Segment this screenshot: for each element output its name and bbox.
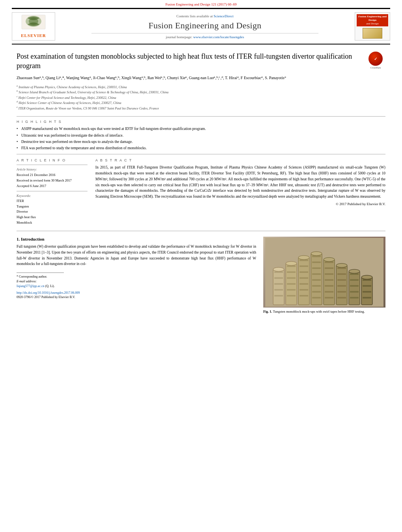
svg-rect-35	[312, 285, 321, 287]
article-info-divider-top	[17, 154, 385, 154]
email-link[interactable]: liqiang577@ipp.ac.cn	[17, 284, 44, 288]
svg-rect-30	[312, 256, 321, 257]
sciencedirect-link[interactable]: ScienceDirect	[214, 14, 233, 18]
keyword-item: High heat flux	[17, 215, 87, 220]
abstract-col: A B S T R A C T In 2015, as part of ITER…	[95, 158, 385, 225]
svg-rect-65	[363, 285, 371, 287]
svg-rect-46	[325, 297, 333, 298]
svg-rect-36	[312, 291, 321, 293]
svg-point-20	[298, 256, 309, 260]
svg-rect-40	[325, 261, 333, 263]
doi-link: http://dx.doi.org/10.1016/j.fusengdes.20…	[17, 291, 256, 295]
abstract-label: A B S T R A C T	[95, 158, 385, 162]
svg-rect-43	[325, 279, 333, 281]
figure-caption: Fig. 1. Tungsten monoblock mock-ups with…	[263, 310, 385, 314]
intro-paragraph: Full tungsten (W) divertor qualification…	[17, 244, 256, 267]
doi-anchor[interactable]: http://dx.doi.org/10.1016/j.fusengdes.20…	[17, 291, 80, 295]
header-bottom-border	[12, 44, 390, 44]
svg-rect-41	[325, 267, 333, 269]
body-section: 1. Introduction Full tungsten (W) divert…	[17, 237, 385, 314]
received-date: Received 21 December 2016	[17, 172, 87, 178]
svg-rect-14	[287, 271, 296, 273]
svg-point-56	[349, 269, 360, 273]
svg-rect-66	[363, 291, 371, 293]
journal-link[interactable]: Fusion Engineering and Design 121 (2017)…	[166, 2, 236, 6]
svg-rect-58	[350, 279, 359, 281]
svg-rect-19	[298, 258, 309, 305]
crossmark-icon: ✓	[368, 52, 383, 66]
logo-right-title: Fusion Engineering and Design and Design	[357, 14, 388, 26]
svg-rect-27	[300, 295, 308, 297]
svg-rect-45	[325, 291, 333, 293]
keyword-item: Tungsten	[17, 204, 87, 209]
email-line: E-mail address: liqiang577@ipp.ac.cn (Q.…	[17, 279, 64, 289]
svg-rect-59	[350, 285, 359, 287]
article-info-label: A R T I C L E I N F O	[17, 158, 87, 162]
affiliation-item: e ITER Organization, Route de Vinon sur …	[17, 106, 385, 111]
article-title-section: Post examination of tungsten monoblocks …	[17, 52, 385, 71]
svg-rect-33	[312, 273, 321, 275]
svg-rect-60	[350, 291, 359, 293]
svg-rect-44	[325, 285, 333, 287]
svg-rect-42	[325, 273, 333, 275]
doi-copyright: 0920-3796/© 2017 Published by Elsevier B…	[17, 295, 256, 299]
affiliations: a Institute of Plasma Physics, Chinese A…	[17, 84, 385, 111]
revised-date: Received in revised form 30 March 2017	[17, 178, 87, 184]
svg-point-39	[324, 258, 335, 261]
keyword-item: Divertor	[17, 209, 87, 215]
highlights-list: ASIPP manufactured six W monoblock mock-…	[17, 126, 385, 151]
sciencedirect-line: Contents lists available at ScienceDirec…	[63, 14, 347, 18]
crossmark-label: CrossMark	[370, 67, 381, 69]
keywords-label: Keywords:	[17, 194, 87, 198]
highlight-item: ASIPP manufactured six W monoblock mock-…	[17, 126, 385, 132]
svg-point-12	[286, 261, 297, 265]
intro-col: 1. Introduction Full tungsten (W) divert…	[17, 237, 256, 314]
homepage-link[interactable]: www.elsevier.com/locate/fusengdes	[193, 35, 244, 39]
svg-rect-57	[350, 273, 359, 275]
svg-rect-23	[300, 271, 308, 273]
svg-point-29	[311, 252, 322, 256]
svg-rect-67	[363, 297, 371, 298]
article-title: Post examination of tungsten monoblocks …	[17, 52, 362, 71]
intro-heading: 1. Introduction	[17, 237, 256, 241]
svg-rect-7	[274, 277, 283, 279]
page: Fusion Engineering and Design 121 (2017)…	[0, 0, 402, 532]
svg-rect-53	[337, 291, 346, 293]
footnote-section: * Corresponding author. E-mail address: …	[17, 272, 64, 289]
svg-rect-15	[287, 277, 296, 279]
journal-title: Fusion Engineering and Design	[63, 20, 347, 31]
svg-rect-17	[287, 289, 296, 291]
svg-rect-16	[287, 283, 296, 285]
header-divider	[91, 33, 318, 33]
svg-rect-22	[300, 265, 308, 267]
abstract-text: In 2015, as part of ITER Full-Tungsten D…	[95, 165, 385, 199]
svg-rect-24	[300, 277, 308, 279]
authors-line: Zhaoxuan Sunᵃ,ᵇ, Qiang Liᵃ,*, Wanjing Wa…	[17, 75, 385, 81]
svg-rect-54	[337, 297, 346, 298]
svg-rect-55	[349, 271, 360, 305]
svg-rect-49	[337, 267, 346, 269]
affiliation-item: c Hefei Center for Physical Science and …	[17, 95, 385, 100]
svg-rect-31	[312, 261, 321, 263]
svg-point-48	[336, 263, 347, 267]
logo-right-graphic	[363, 28, 382, 39]
history-label: Article history:	[17, 167, 87, 171]
svg-rect-34	[312, 279, 321, 281]
svg-rect-64	[363, 279, 371, 281]
figure-label: Fig. 1.	[263, 310, 272, 313]
svg-rect-61	[350, 297, 359, 298]
svg-point-63	[361, 275, 372, 279]
svg-rect-51	[337, 279, 346, 281]
keyword-item: ITER	[17, 198, 87, 204]
svg-rect-50	[337, 273, 346, 275]
corresponding-author: * Corresponding author.	[17, 274, 64, 279]
article-info-col: A R T I C L E I N F O Article history: R…	[17, 158, 87, 225]
highlight-item: Ultrasonic test was performed to investi…	[17, 133, 385, 138]
header: ELSEVIER Contents lists available at Sci…	[12, 9, 390, 44]
affiliation-item: d Hefei Science Center of Chinese Academ…	[17, 100, 385, 106]
homepage-line: journal homepage: www.elsevier.com/locat…	[63, 35, 347, 39]
elsevier-brand: ELSEVIER	[12, 33, 55, 38]
highlight-item: Destructive test was performed on three …	[17, 139, 385, 145]
svg-rect-10	[274, 295, 283, 297]
figure-1: Fig. 1. Tungsten monoblock mock-ups with…	[263, 237, 385, 314]
